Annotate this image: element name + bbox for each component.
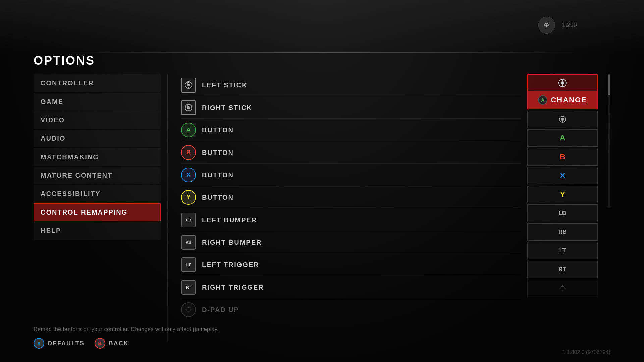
change-button[interactable]: A CHANGE bbox=[527, 91, 598, 109]
sidebar-item-matchmaking[interactable]: MATCHMAKING bbox=[34, 148, 161, 166]
top-right-icons: ⊕ 1,200 bbox=[538, 17, 577, 34]
svg-marker-31 bbox=[559, 287, 561, 290]
change-label: CHANGE bbox=[551, 96, 587, 104]
svg-marker-33 bbox=[561, 290, 564, 292]
change-a-icon: A bbox=[538, 95, 547, 105]
assign-dpad-up[interactable] bbox=[527, 280, 598, 297]
right-trigger-label: RIGHT TRIGGER bbox=[202, 284, 521, 291]
b-button-label: BUTTON bbox=[202, 149, 521, 157]
assign-lt[interactable]: LT bbox=[527, 242, 598, 259]
sidebar-item-help[interactable]: HELP bbox=[34, 222, 161, 240]
svg-marker-14 bbox=[187, 306, 190, 308]
top-right-text: 1,200 bbox=[562, 22, 577, 29]
svg-marker-15 bbox=[185, 308, 187, 311]
assign-lt-label: LT bbox=[559, 248, 566, 254]
svg-marker-30 bbox=[561, 285, 564, 287]
assign-rt[interactable]: RT bbox=[527, 261, 598, 278]
main-container: OPTIONS CONTROLLER GAME VIDEO AUDIO MATC… bbox=[34, 54, 610, 342]
b-button-icon: B bbox=[181, 145, 196, 160]
svg-text:R: R bbox=[187, 105, 189, 107]
svg-text:L: L bbox=[187, 82, 189, 84]
dpad-icon bbox=[181, 302, 196, 317]
assign-rt-label: RT bbox=[559, 266, 566, 273]
assign-b-label: B bbox=[560, 153, 565, 161]
right-stick-label: RIGHT STICK bbox=[202, 104, 521, 112]
x-button-icon: X bbox=[181, 168, 196, 182]
hint-text: Remap the buttons on your controller. Ch… bbox=[34, 326, 610, 333]
remap-row-y-button[interactable]: Y BUTTON bbox=[181, 187, 521, 208]
remap-row-left-bumper[interactable]: LB LEFT BUMPER bbox=[181, 209, 521, 231]
svg-point-25 bbox=[561, 118, 564, 121]
remap-row-right-bumper[interactable]: RB RIGHT BUMPER bbox=[181, 232, 521, 253]
assign-lb-label: LB bbox=[559, 210, 566, 216]
assign-a-label: A bbox=[560, 134, 565, 142]
back-icon: B bbox=[95, 338, 105, 349]
assign-y-button[interactable]: Y bbox=[527, 186, 598, 203]
svg-point-19 bbox=[561, 81, 564, 85]
dpad-up-label: D-PAD UP bbox=[202, 306, 521, 314]
assign-right-stick[interactable] bbox=[527, 111, 598, 128]
back-control[interactable]: B BACK bbox=[95, 338, 129, 349]
sidebar-item-game[interactable]: GAME bbox=[34, 93, 161, 111]
assign-a-button[interactable]: A bbox=[527, 129, 598, 147]
svg-marker-17 bbox=[187, 311, 190, 313]
left-stick-icon: L bbox=[181, 78, 196, 93]
page-title: OPTIONS bbox=[34, 54, 610, 68]
x-button-label: BUTTON bbox=[202, 171, 521, 179]
content-row: CONTROLLER GAME VIDEO AUDIO MATCHMAKING … bbox=[34, 74, 610, 342]
bottom-bar: Remap the buttons on your controller. Ch… bbox=[34, 326, 610, 349]
assign-x-button[interactable]: X bbox=[527, 167, 598, 184]
defaults-label: DEFAULTS bbox=[48, 340, 85, 347]
change-top bbox=[527, 74, 598, 91]
assign-y-label: Y bbox=[560, 190, 565, 199]
remap-row-x-button[interactable]: X BUTTON bbox=[181, 164, 521, 186]
remap-row-right-trigger[interactable]: RT RIGHT TRIGGER bbox=[181, 277, 521, 298]
left-stick-label: LEFT STICK bbox=[202, 81, 521, 89]
a-button-icon: A bbox=[181, 123, 196, 137]
right-panel: L LEFT STICK bbox=[168, 74, 610, 342]
right-bumper-icon: RB bbox=[181, 235, 196, 250]
y-button-label: BUTTON bbox=[202, 194, 521, 201]
assign-rb[interactable]: RB bbox=[527, 223, 598, 241]
top-glow bbox=[0, 52, 644, 53]
assign-lb[interactable]: LB bbox=[527, 204, 598, 222]
left-trigger-icon: LT bbox=[181, 257, 196, 272]
defaults-icon: X bbox=[34, 338, 44, 349]
remap-row-right-stick[interactable]: R RIGHT STICK bbox=[181, 97, 521, 119]
scrollbar-thumb[interactable] bbox=[608, 75, 610, 95]
assign-column: A CHANGE bbox=[527, 74, 598, 342]
left-bumper-icon: LB bbox=[181, 213, 196, 227]
back-label: BACK bbox=[109, 340, 129, 347]
y-button-icon: Y bbox=[181, 190, 196, 205]
controls-row: X DEFAULTS B BACK bbox=[34, 338, 610, 349]
remap-row-a-button[interactable]: A BUTTON bbox=[181, 119, 521, 141]
left-trigger-label: LEFT TRIGGER bbox=[202, 261, 521, 269]
sidebar-item-video[interactable]: VIDEO bbox=[34, 111, 161, 129]
assign-x-label: X bbox=[560, 171, 565, 180]
sidebar-item-accessibility[interactable]: ACCESSIBILITY bbox=[34, 185, 161, 203]
scrollbar-track[interactable] bbox=[608, 74, 610, 208]
remap-row-left-stick[interactable]: L LEFT STICK bbox=[181, 74, 521, 96]
sidebar-item-mature-content[interactable]: MATURE CONTENT bbox=[34, 167, 161, 184]
right-stick-icon: R bbox=[181, 100, 196, 115]
remap-row-left-trigger[interactable]: LT LEFT TRIGGER bbox=[181, 254, 521, 276]
remap-row-dpad-up[interactable]: D-PAD UP bbox=[181, 299, 521, 320]
version-number: 1.1.802.0 (9736794) bbox=[562, 349, 610, 355]
defaults-control[interactable]: X DEFAULTS bbox=[34, 338, 85, 349]
sidebar: CONTROLLER GAME VIDEO AUDIO MATCHMAKING … bbox=[34, 74, 168, 342]
sidebar-item-control-remapping[interactable]: CONTROL REMAPPING bbox=[34, 203, 161, 221]
sidebar-item-controller[interactable]: CONTROLLER bbox=[34, 74, 161, 92]
change-button-container: A CHANGE bbox=[527, 74, 598, 109]
remap-list: L LEFT STICK bbox=[181, 74, 521, 342]
assign-rb-label: RB bbox=[558, 229, 566, 235]
svg-marker-16 bbox=[190, 308, 192, 311]
remap-row-b-button[interactable]: B BUTTON bbox=[181, 142, 521, 164]
right-bumper-label: RIGHT BUMPER bbox=[202, 239, 521, 246]
svg-marker-32 bbox=[564, 287, 566, 290]
right-trigger-icon: RT bbox=[181, 280, 196, 295]
top-icon-1: ⊕ bbox=[538, 17, 555, 34]
sidebar-item-audio[interactable]: AUDIO bbox=[34, 130, 161, 147]
left-bumper-label: LEFT BUMPER bbox=[202, 216, 521, 224]
assign-b-button[interactable]: B bbox=[527, 148, 598, 166]
assign-rs-inner bbox=[558, 115, 567, 124]
